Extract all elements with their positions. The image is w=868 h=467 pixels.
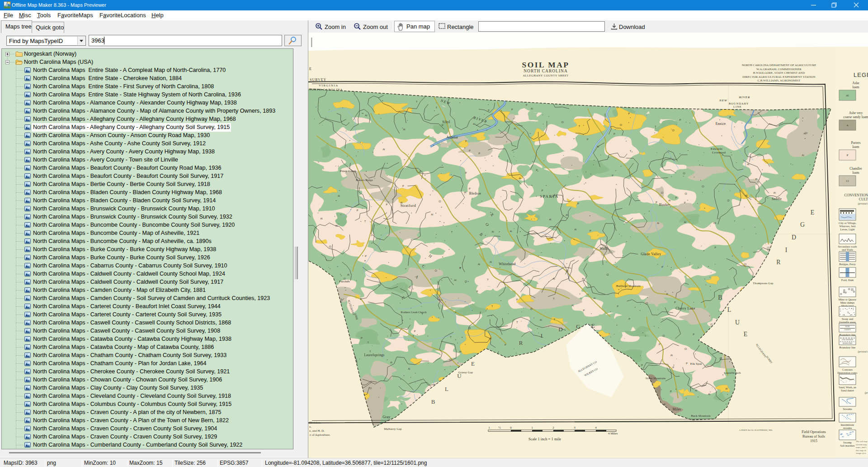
svg-text:Sand dunes: Sand dunes <box>841 389 854 392</box>
svg-text:Al: Al <box>408 367 410 370</box>
svg-text:Laurelsprings: Laurelsprings <box>364 353 384 357</box>
svg-text:(printed i: (printed i <box>858 202 868 205</box>
svg-text:P: P <box>340 298 342 301</box>
svg-text:Cl: Cl <box>805 132 807 134</box>
svg-text:Bakers Ridge: Bakers Ridge <box>356 178 373 181</box>
svg-text:NORTH CAROLINA: NORTH CAROLINA <box>524 69 568 73</box>
svg-text:Al: Al <box>745 194 748 197</box>
svg-text:Al: Al <box>338 195 340 197</box>
svg-text:Sand, Wash, an: Sand, Wash, an <box>839 386 856 389</box>
svg-text:W.A.GRAHAM, COMMISSIONER: W.A.GRAHAM, COMMISSIONER <box>756 67 802 71</box>
svg-text:coarse sandy loam: coarse sandy loam <box>843 115 868 119</box>
svg-text:C.B.WILLIAMS, AGRONOMIST: C.B.WILLIAMS, AGRONOMIST <box>758 79 801 82</box>
svg-text:I: I <box>785 247 788 253</box>
svg-text:Al: Al <box>553 277 555 280</box>
svg-text:Amelia: Amelia <box>446 135 458 139</box>
svg-text:Cl: Cl <box>369 387 372 390</box>
svg-text:P: P <box>612 174 613 177</box>
svg-text:Ashe very: Ashe very <box>849 111 863 115</box>
svg-text:Mine or Quarry: Mine or Quarry <box>839 298 857 301</box>
svg-text:Cl: Cl <box>606 273 609 276</box>
svg-text:P: P <box>583 309 585 312</box>
svg-text:P: P <box>666 293 668 295</box>
svg-text:Cl: Cl <box>465 280 467 283</box>
svg-text:Al: Al <box>669 199 671 202</box>
svg-text:Bridges, Ferry: Bridges, Ferry <box>839 262 856 266</box>
svg-text:Al: Al <box>549 218 551 221</box>
svg-text:U: U <box>735 319 740 326</box>
svg-text:loam: loam <box>853 171 859 175</box>
svg-text:Whitehead: Whitehead <box>499 262 515 266</box>
svg-text:Al: Al <box>464 191 467 194</box>
svg-text:(printed i: (printed i <box>858 350 868 353</box>
svg-text:this map sh: this map sh <box>856 449 866 452</box>
svg-text:Bullhead Mountain: Bullhead Mountain <box>616 284 641 287</box>
svg-text:(pr: (pr <box>865 391 868 395</box>
svg-text:Levee, Light: Levee, Light <box>840 228 854 231</box>
svg-text:P: P <box>361 337 363 339</box>
svg-text:NORTH CAROLINA: NORTH CAROLINA <box>309 88 343 91</box>
svg-text:P: P <box>365 255 367 257</box>
svg-text:Cl: Cl <box>561 121 564 124</box>
svg-text:Al: Al <box>514 127 516 130</box>
svg-text:Buck Mountain: Buck Mountain <box>691 414 711 417</box>
svg-text:Hooker: Hooker <box>659 203 670 207</box>
svg-text:P: P <box>442 124 443 127</box>
svg-text:P: P <box>357 209 359 212</box>
svg-text:P: P <box>656 201 657 204</box>
svg-text:CIVIL TOWNSHIP: CIVIL TOWNSHIP <box>842 339 854 341</box>
svg-text:COUNTY: COUNTY <box>844 329 851 331</box>
svg-text:Cl: Cl <box>744 263 746 266</box>
svg-text:LINE: LINE <box>733 105 742 108</box>
svg-text:Cl: Cl <box>439 200 441 203</box>
svg-text:Saddle: Saddle <box>772 197 782 201</box>
svg-text:P: P <box>670 390 672 393</box>
svg-text:E: E <box>811 209 815 216</box>
svg-text:Al: Al <box>473 123 475 125</box>
svg-text:Ennice: Ennice <box>716 122 726 126</box>
svg-text:P: P <box>847 153 849 157</box>
svg-text:P: P <box>755 178 757 181</box>
svg-text:Swamp: Swamp <box>843 441 852 444</box>
svg-text:Cl: Cl <box>662 334 665 337</box>
svg-text:NEW: NEW <box>719 99 727 102</box>
svg-text:P: P <box>414 330 416 333</box>
svg-text:Al: Al <box>574 228 576 231</box>
svg-text:3: 3 <box>574 426 576 429</box>
svg-text:Prathers Creek Church: Prathers Creek Church <box>401 311 427 314</box>
svg-text:P: P <box>511 108 513 111</box>
svg-text:P: P <box>402 185 404 187</box>
svg-text:Walls: Walls <box>600 247 608 251</box>
svg-text:DIRECTOR AGRICULTURAL EXPERIME: DIRECTOR AGRICULTURAL EXPERIMENT STATION <box>742 75 815 78</box>
svg-text:Cl: Cl <box>672 129 675 132</box>
svg-text:SURVEY: SURVEY <box>310 78 326 82</box>
svg-text:Cl: Cl <box>566 270 568 272</box>
svg-text:Al: Al <box>597 145 599 148</box>
svg-text:Al: Al <box>774 191 776 194</box>
svg-text:P: P <box>659 343 660 346</box>
svg-text:B.W.KILGORE, STATE CHEMIST AND: B.W.KILGORE, STATE CHEMIST AND <box>753 71 805 74</box>
svg-text:Cl: Cl <box>435 269 437 272</box>
svg-text:P: P <box>641 364 643 367</box>
svg-text:R: R <box>776 259 781 266</box>
svg-text:P: P <box>479 152 481 155</box>
svg-text:P: P <box>526 104 528 106</box>
svg-text:Streams: Streams <box>843 407 852 410</box>
svg-text:Al: Al <box>540 319 542 321</box>
svg-text:Al: Al <box>695 389 697 392</box>
svg-text:Boundary line: Boundary line <box>840 346 856 349</box>
svg-text:R: R <box>519 339 523 346</box>
svg-text:loam: loam <box>853 85 859 89</box>
svg-text:D: D <box>558 326 562 333</box>
svg-text:P: P <box>684 201 686 204</box>
svg-text:P: P <box>628 112 630 115</box>
svg-text:Cl: Cl <box>530 308 533 310</box>
svg-text:E: E <box>471 360 475 367</box>
svg-text:U: U <box>457 372 462 379</box>
svg-text:Scale 1 inch = 1 mile: Scale 1 inch = 1 mile <box>528 437 561 441</box>
svg-text:Al: Al <box>726 387 728 390</box>
svg-text:RESERVATION: RESERVATION <box>843 343 853 344</box>
svg-text:4: 4 <box>595 426 597 429</box>
svg-text:Sibyl: Sibyl <box>442 120 450 124</box>
svg-text:4 Miles: 4 Miles <box>608 432 618 435</box>
